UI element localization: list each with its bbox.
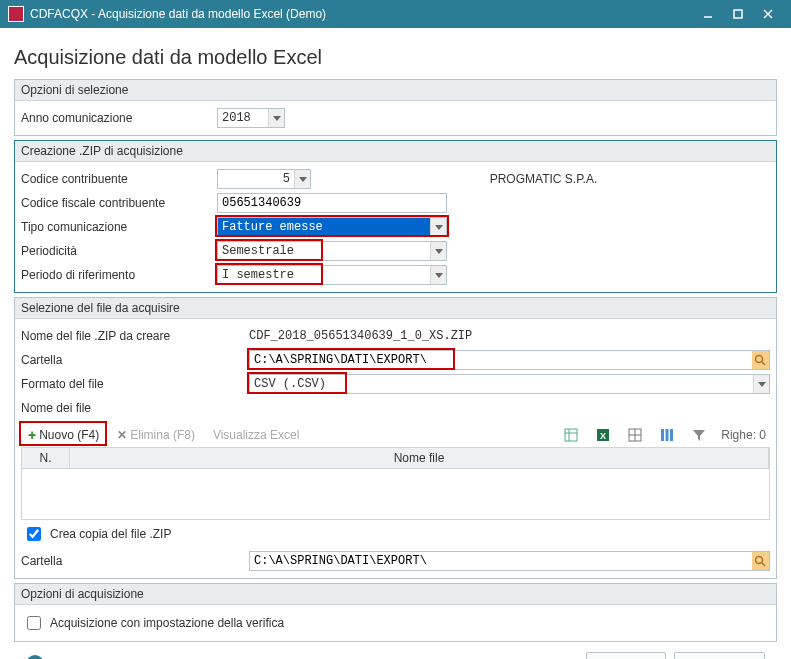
group-creazione-zip-header: Creazione .ZIP di acquisizione	[15, 141, 776, 162]
tipo-com-label: Tipo comunicazione	[21, 220, 211, 234]
codice-contrib-combo[interactable]: 5	[217, 169, 311, 189]
svg-marker-6	[435, 225, 443, 230]
page-title: Acquisizione dati da modello Excel	[14, 46, 777, 69]
cf-value[interactable]	[218, 194, 446, 212]
svg-marker-11	[758, 382, 766, 387]
elimina-label: Elimina (F8)	[130, 428, 195, 442]
periodicita-value: Semestrale	[218, 244, 430, 258]
group-opzioni-selezione: Opzioni di selezione Anno comunicazione …	[14, 79, 777, 136]
file-toolbar: + Nuovo (F4) ✕ Elimina (F8) Visualizza E…	[21, 423, 770, 448]
svg-line-25	[762, 563, 765, 566]
window-titlebar: CDFACQX - Acquisizione dati da modello E…	[0, 0, 791, 28]
zip-label: Nome del file .ZIP da creare	[21, 329, 231, 343]
group-opzioni-selezione-header: Opzioni di selezione	[15, 80, 776, 101]
svg-rect-21	[666, 429, 669, 441]
group-opzioni-acquisizione: Opzioni di acquisizione Acquisizione con…	[14, 583, 777, 642]
svg-marker-5	[299, 177, 307, 182]
cartella2-label: Cartella	[21, 554, 231, 568]
formato-value: CSV (.CSV)	[250, 377, 753, 391]
svg-rect-1	[734, 10, 742, 18]
anno-combo[interactable]: 2018	[217, 108, 285, 128]
visualizza-label: Visualizza Excel	[213, 428, 299, 442]
footer-bar: ? OK (Invio) Chiudi (Esc)	[14, 646, 777, 659]
window-title: CDFACQX - Acquisizione dati da modello E…	[30, 7, 693, 21]
grid-icon[interactable]	[621, 425, 649, 445]
svg-rect-22	[670, 429, 673, 441]
svg-rect-12	[565, 429, 577, 441]
grid-header: N. Nome file	[22, 448, 769, 469]
chevron-down-icon[interactable]	[753, 375, 769, 393]
periodo-rif-combo[interactable]: I semestre	[217, 265, 447, 285]
tipo-com-value: Fatture emesse	[218, 220, 430, 234]
close-button[interactable]	[753, 4, 783, 24]
browse-folder-icon[interactable]	[752, 552, 769, 570]
crea-copia-checkbox[interactable]	[27, 527, 41, 541]
righe-label: Righe: 0	[717, 428, 770, 442]
svg-text:X: X	[600, 431, 606, 441]
svg-marker-4	[273, 116, 281, 121]
tool-icon-1[interactable]	[557, 425, 585, 445]
cartella-input[interactable]	[249, 350, 770, 370]
periodo-rif-value: I semestre	[218, 268, 430, 282]
columns-icon[interactable]	[653, 425, 681, 445]
nuovo-label: Nuovo (F4)	[39, 428, 99, 442]
anno-label: Anno comunicazione	[21, 111, 211, 125]
svg-rect-20	[661, 429, 664, 441]
group-creazione-zip: Creazione .ZIP di acquisizione Codice co…	[14, 140, 777, 293]
svg-line-10	[762, 362, 765, 365]
impostazione-verifica-label: Acquisizione con impostazione della veri…	[50, 616, 284, 630]
svg-marker-7	[435, 249, 443, 254]
nomefile-label: Nome dei file	[21, 401, 231, 415]
file-grid: N. Nome file	[21, 448, 770, 520]
chiudi-button[interactable]: Chiudi (Esc)	[674, 652, 765, 659]
excel-icon[interactable]: X	[589, 425, 617, 445]
col-n[interactable]: N.	[22, 448, 70, 468]
browse-folder-icon[interactable]	[752, 351, 769, 369]
impostazione-verifica-checkbox[interactable]	[27, 616, 41, 630]
chevron-down-icon[interactable]	[268, 109, 284, 127]
group-selezione-file-header: Selezione del file da acquisire	[15, 298, 776, 319]
tipo-com-combo[interactable]: Fatture emesse	[217, 217, 447, 237]
periodo-rif-label: Periodo di riferimento	[21, 268, 211, 282]
svg-point-24	[756, 557, 763, 564]
codice-contrib-value: 5	[218, 172, 294, 186]
elimina-button[interactable]: ✕ Elimina (F8)	[110, 425, 202, 445]
grid-body[interactable]	[22, 469, 769, 519]
periodicita-label: Periodicità	[21, 244, 211, 258]
zip-value: CDF_2018_05651340639_1_0_XS.ZIP	[237, 329, 476, 343]
minimize-button[interactable]	[693, 4, 723, 24]
help-icon[interactable]: ?	[26, 655, 44, 659]
periodicita-combo[interactable]: Semestrale	[217, 241, 447, 261]
nuovo-button[interactable]: + Nuovo (F4)	[21, 425, 106, 445]
svg-marker-23	[693, 430, 705, 441]
group-opzioni-acquisizione-header: Opzioni di acquisizione	[15, 584, 776, 605]
svg-marker-8	[435, 273, 443, 278]
cartella2-value[interactable]	[250, 552, 752, 570]
crea-copia-label: Crea copia del file .ZIP	[50, 527, 171, 541]
plus-icon: +	[28, 428, 36, 442]
chevron-down-icon[interactable]	[430, 218, 446, 236]
ok-button[interactable]: OK (Invio)	[586, 652, 666, 659]
chevron-down-icon[interactable]	[430, 266, 446, 284]
app-icon	[8, 6, 24, 22]
formato-combo[interactable]: CSV (.CSV)	[249, 374, 770, 394]
delete-icon: ✕	[117, 428, 127, 442]
svg-point-9	[756, 356, 763, 363]
codice-contrib-label: Codice contribuente	[21, 172, 211, 186]
cf-input[interactable]	[217, 193, 447, 213]
col-nomefile[interactable]: Nome file	[70, 448, 769, 468]
visualizza-excel-button[interactable]: Visualizza Excel	[206, 425, 306, 445]
chevron-down-icon[interactable]	[430, 242, 446, 260]
filter-icon[interactable]	[685, 425, 713, 445]
maximize-button[interactable]	[723, 4, 753, 24]
formato-label: Formato del file	[21, 377, 231, 391]
group-selezione-file: Selezione del file da acquisire Nome del…	[14, 297, 777, 579]
anno-value: 2018	[218, 111, 268, 125]
ragione-sociale: PROGMATIC S.P.A.	[317, 172, 770, 186]
cartella2-input[interactable]	[249, 551, 770, 571]
chevron-down-icon[interactable]	[294, 170, 310, 188]
cf-label: Codice fiscale contribuente	[21, 196, 211, 210]
cartella-label: Cartella	[21, 353, 231, 367]
cartella-value[interactable]	[250, 351, 752, 369]
